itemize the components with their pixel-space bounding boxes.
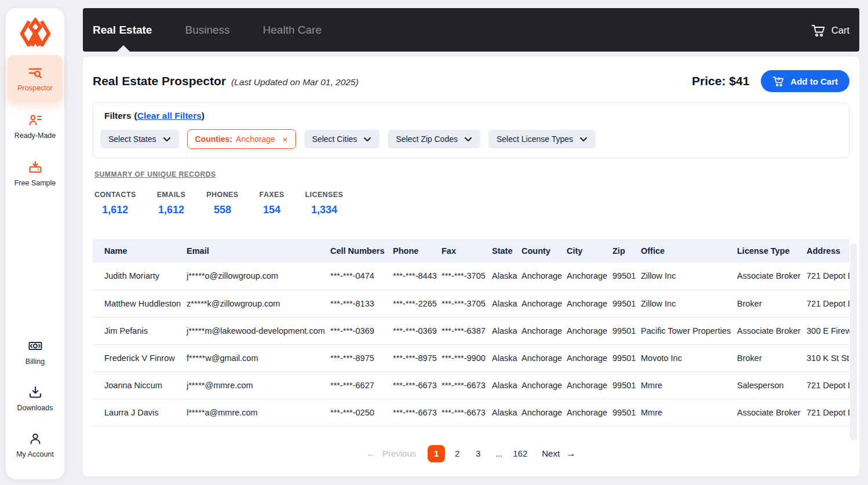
- applied-filter-category: Counties:: [195, 134, 233, 144]
- cell-fax: ***-***-3705: [442, 290, 492, 317]
- applied-filter-value: Anchorage: [236, 134, 275, 144]
- previous-label: Previous: [382, 448, 416, 458]
- stat-label: PHONES: [206, 191, 238, 199]
- table-row: Frederick V Finrowf*****w@gmail.com***-*…: [93, 344, 849, 371]
- stat-contacts: CONTACTS 1,612: [94, 191, 136, 216]
- cell-fax: ***-***-6387: [442, 317, 492, 344]
- stat-label: LICENSES: [305, 191, 344, 199]
- tab-business[interactable]: Business: [185, 24, 229, 37]
- stat-label: FAXES: [260, 191, 285, 199]
- select-cities-dropdown[interactable]: Select Cities: [304, 130, 380, 148]
- cart-button[interactable]: Cart: [811, 23, 849, 37]
- cell-county: Anchorage: [521, 344, 567, 371]
- sidebar-item-label: My Account: [16, 450, 54, 458]
- table-row: Judith Moriartyj*****o@zillowgroup.com**…: [93, 262, 849, 290]
- cell-office: Movoto Inc: [641, 344, 737, 371]
- cell-name: Judith Moriarty: [93, 262, 187, 290]
- clear-all-filters-link[interactable]: Clear all Filters: [137, 111, 202, 121]
- cell-zip: 99501: [612, 262, 641, 290]
- sidebar-item-label: Ready-Made: [14, 132, 56, 140]
- cell-phone: ***-***-0369: [393, 317, 442, 344]
- sidebar-item-billing[interactable]: Billing: [6, 338, 64, 366]
- cell-office: Zillow Inc: [641, 290, 737, 317]
- stat-label: EMAILS: [157, 191, 186, 199]
- brand-logo-icon: [6, 17, 64, 50]
- cell-county: Anchorage: [521, 399, 567, 426]
- page-3[interactable]: 3: [469, 445, 487, 462]
- cell-license: Broker: [737, 290, 807, 317]
- list-search-icon: [28, 65, 43, 80]
- cell-email: j*****@mmre.com: [187, 371, 330, 399]
- cell-city: Anchorage: [567, 344, 612, 371]
- applied-filter-counties[interactable]: Counties: Anchorage ×: [187, 129, 296, 149]
- chevron-down-icon: [579, 137, 588, 142]
- column-header-office: Office: [641, 239, 737, 262]
- cell-cell: ***-***-8133: [330, 290, 393, 317]
- filters-panel: Filters(Clear all Filters) Select States…: [93, 103, 849, 158]
- select-zip-codes-label: Select Zip Codes: [396, 134, 458, 144]
- cell-name: Frederick V Finrow: [93, 344, 187, 371]
- cell-address: 310 K St Ste: [807, 344, 849, 371]
- sidebar-item-downloads[interactable]: Downloads: [6, 385, 64, 412]
- chevron-down-icon: [363, 137, 371, 142]
- column-header-state: State: [492, 239, 521, 262]
- cell-name: Joanna Niccum: [93, 371, 187, 399]
- cell-email: f*****w@gmail.com: [187, 344, 330, 371]
- page-162[interactable]: 162: [511, 445, 529, 462]
- stat-value: 1,334: [311, 204, 337, 216]
- tab-health-care[interactable]: Health Care: [263, 24, 322, 37]
- cell-address: 721 Depot D: [807, 399, 849, 426]
- select-cities-label: Select Cities: [312, 134, 358, 144]
- cell-city: Anchorage: [567, 371, 612, 399]
- last-updated-note: (Last Updated on Mar 01, 2025): [231, 77, 359, 87]
- cell-email: z*****k@zillowgroup.com: [187, 290, 330, 317]
- sidebar-item-my-account[interactable]: My Account: [6, 431, 64, 458]
- sidebar-item-label: Billing: [25, 358, 45, 366]
- stat-emails: EMAILS 1,612: [157, 191, 186, 216]
- previous-page-button[interactable]: ← Previous: [366, 448, 416, 460]
- cart-plus-icon: [772, 75, 785, 87]
- price-label: Price: $41: [692, 74, 749, 88]
- column-header-cell: Cell Numbers: [330, 239, 393, 262]
- column-header-address: Address: [807, 239, 849, 262]
- cell-county: Anchorage: [521, 262, 567, 290]
- cart-icon: [811, 23, 826, 37]
- tab-real-estate[interactable]: Real Estate: [93, 24, 152, 37]
- cell-cell: ***-***-8975: [330, 344, 393, 371]
- cell-office: Zillow Inc: [641, 262, 737, 290]
- select-states-dropdown[interactable]: Select States: [100, 130, 179, 148]
- person-icon: [28, 431, 43, 446]
- cell-state: Alaska: [492, 290, 521, 317]
- cell-phone: ***-***-6673: [393, 399, 442, 426]
- column-header-phone: Phone: [393, 239, 442, 262]
- page-1[interactable]: 1: [428, 445, 445, 462]
- banknote-icon: [28, 338, 43, 353]
- next-page-button[interactable]: Next →: [542, 448, 576, 460]
- sidebar-item-ready-made[interactable]: Ready-Made: [6, 112, 64, 140]
- sidebar-item-label: Prospector: [17, 84, 52, 92]
- page-2[interactable]: 2: [448, 445, 466, 462]
- cell-cell: ***-***-0369: [330, 317, 393, 344]
- stat-value: 154: [263, 204, 280, 216]
- sidebar-item-prospector[interactable]: Prospector: [8, 55, 63, 101]
- cell-county: Anchorage: [521, 317, 567, 344]
- sidebar-item-free-sample[interactable]: Free Sample: [6, 160, 64, 187]
- cell-phone: ***-***-8443: [393, 262, 442, 290]
- table-row: Laurra J Davisl*****a@mmre.com***-***-02…: [93, 399, 849, 426]
- table-scrollbar[interactable]: [850, 243, 857, 440]
- cell-city: Anchorage: [567, 262, 612, 290]
- cell-county: Anchorage: [521, 371, 567, 399]
- cell-fax: ***-***-6673: [442, 399, 492, 426]
- person-list-icon: [28, 112, 43, 127]
- arrow-right-icon: →: [566, 448, 576, 460]
- cell-license: Associate Broker: [737, 262, 807, 290]
- column-header-name: Name: [93, 239, 187, 262]
- cell-state: Alaska: [492, 344, 521, 371]
- cell-zip: 99501: [612, 399, 641, 426]
- remove-filter-icon[interactable]: ×: [283, 134, 288, 144]
- select-license-types-dropdown[interactable]: Select License Types: [488, 130, 596, 148]
- add-to-cart-button[interactable]: Add to Cart: [761, 70, 849, 92]
- select-zip-codes-dropdown[interactable]: Select Zip Codes: [388, 130, 480, 148]
- cell-state: Alaska: [492, 371, 521, 399]
- table-header-row: NameEmailCell NumbersPhoneFaxStateCounty…: [93, 239, 849, 262]
